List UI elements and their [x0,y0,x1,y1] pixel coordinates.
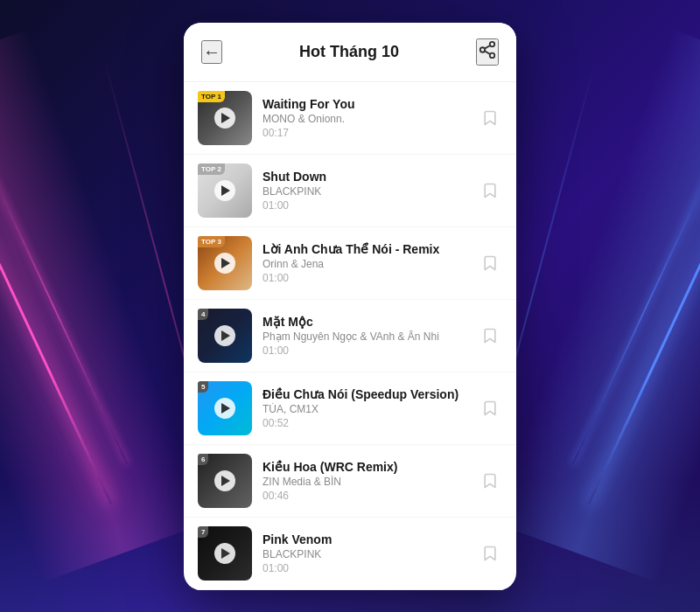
song-title: Điều Chưa Nói (Speedup Version) [262,387,467,401]
back-button[interactable]: ← [201,40,222,64]
svg-line-3 [485,51,490,54]
song-duration: 00:52 [262,417,467,429]
song-artist: BLACKPINK [262,185,467,198]
bookmark-button[interactable] [478,541,502,566]
list-item[interactable]: TOP 2 Shut Down BLACKPINK 01:00 [184,155,516,227]
rank-badge: TOP 2 [198,163,225,176]
song-info: Lời Anh Chưa Thể Nói - Remix Orinn & Jen… [262,242,467,284]
song-duration: 01:00 [262,199,467,212]
song-duration: 01:00 [262,562,467,574]
list-item[interactable]: TOP 1 Waiting For You MONO & Onionn. 00:… [184,82,516,155]
song-info: Shut Down BLACKPINK 01:00 [262,170,467,212]
page-title: Hot Tháng 10 [299,43,399,61]
song-duration: 01:00 [262,272,467,284]
song-artist: ZIN Media & BÌN [262,476,467,488]
song-artist: TÙA, CM1X [262,403,467,415]
song-duration: 00:46 [262,490,467,502]
list-item[interactable]: 5 Điều Chưa Nói (Speedup Version) TÙA, C… [184,372,516,445]
song-info: Điều Chưa Nói (Speedup Version) TÙA, CM1… [262,387,467,429]
play-button[interactable] [214,325,235,346]
thumbnail-wrapper: TOP 1 [198,91,252,145]
song-artist: Orinn & Jena [262,258,467,270]
song-info: Waiting For You MONO & Onionn. 00:17 [262,97,467,139]
play-button[interactable] [214,253,235,274]
song-title: Mặt Mộc [262,315,467,329]
bookmark-button[interactable] [478,106,502,130]
play-button[interactable] [214,470,235,491]
song-info: Mặt Mộc Phạm Nguyên Ngọc & VAnh & Ân Nhi… [262,315,467,357]
list-item[interactable]: 6 Kiều Hoa (WRC Remix) ZIN Media & BÌN 0… [184,445,516,518]
song-info: Kiều Hoa (WRC Remix) ZIN Media & BÌN 00:… [262,460,467,502]
bookmark-button[interactable] [478,178,502,203]
list-item[interactable]: 4 Mặt Mộc Phạm Nguyên Ngọc & VAnh & Ân N… [184,300,516,372]
thumbnail-wrapper: 7 [198,526,252,581]
play-button[interactable] [214,180,235,201]
thumbnail-wrapper: 4 [198,309,252,363]
play-button[interactable] [214,543,235,564]
song-title: Shut Down [262,170,467,184]
rank-badge: TOP 1 [198,91,225,103]
bookmark-button[interactable] [478,251,502,275]
song-title: Waiting For You [262,97,467,111]
song-artist: MONO & Onionn. [262,113,467,125]
thumbnail-wrapper: TOP 2 [198,163,252,218]
song-title: Kiều Hoa (WRC Remix) [262,460,467,474]
music-card: ← Hot Tháng 10 TOP 1 Waiting For You MON… [184,23,516,590]
song-title: Lời Anh Chưa Thể Nói - Remix [262,242,467,256]
svg-line-4 [485,45,490,48]
song-artist: Phạm Nguyên Ngọc & VAnh & Ân Nhi [262,330,467,343]
bookmark-button[interactable] [478,323,502,348]
thumbnail-wrapper: 5 [198,381,252,435]
bookmark-button[interactable] [478,469,502,493]
card-header: ← Hot Tháng 10 [184,23,516,82]
song-duration: 00:17 [262,127,467,139]
play-button[interactable] [214,398,235,419]
song-list: TOP 1 Waiting For You MONO & Onionn. 00:… [184,82,516,590]
song-info: Pink Venom BLACKPINK 01:00 [262,532,467,574]
play-button[interactable] [214,108,235,129]
song-duration: 01:00 [262,344,467,357]
rank-badge: TOP 3 [198,236,225,248]
song-artist: BLACKPINK [262,548,467,560]
song-title: Pink Venom [262,532,467,546]
share-button[interactable] [476,38,499,66]
thumbnail-wrapper: 6 [198,454,252,508]
bookmark-button[interactable] [478,396,502,421]
thumbnail-wrapper: TOP 3 [198,236,252,290]
list-item[interactable]: 7 Pink Venom BLACKPINK 01:00 [184,518,516,590]
list-item[interactable]: TOP 3 Lời Anh Chưa Thể Nói - Remix Orinn… [184,227,516,300]
